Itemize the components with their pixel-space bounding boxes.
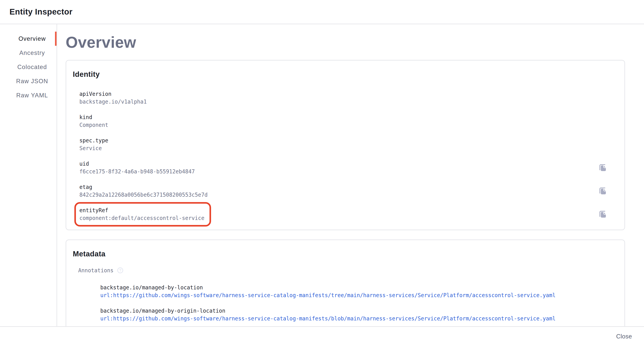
field-label: kind xyxy=(80,113,108,121)
field-label: spec.type xyxy=(80,136,108,144)
identity-card: Identity apiVersion backstage.io/v1alpha… xyxy=(66,60,625,230)
field-row-apiversion: apiVersion backstage.io/v1alpha1 xyxy=(80,90,608,105)
copy-entityref-button[interactable] xyxy=(596,208,608,220)
entity-inspector-dialog: Entity Inspector Overview Ancestry Coloc… xyxy=(0,0,644,346)
sidebar-item-raw-json[interactable]: Raw JSON xyxy=(0,74,56,88)
sidebar-item-overview[interactable]: Overview xyxy=(0,32,56,46)
sidebar-item-label: Raw JSON xyxy=(16,78,48,85)
copy-etag-button[interactable] xyxy=(596,185,608,197)
active-tab-indicator xyxy=(55,32,56,46)
annotation-link[interactable]: url:https://github.com/wings-software/ha… xyxy=(100,315,556,321)
close-button[interactable]: Close xyxy=(612,331,636,342)
field-value: 842c29a2a12268a0056be6c371508200553c5e7d xyxy=(80,191,208,199)
sidebar-item-colocated[interactable]: Colocated xyxy=(0,60,56,74)
dialog-title: Entity Inspector xyxy=(10,7,72,17)
field-value: Service xyxy=(80,144,108,152)
sidebar-nav: Overview Ancestry Colocated Raw JSON Raw… xyxy=(0,24,57,326)
page-title: Overview xyxy=(66,34,644,51)
sidebar-item-label: Colocated xyxy=(17,64,47,71)
field-value: f6cce175-8f32-4a6a-b948-b55912eb4847 xyxy=(80,167,195,175)
annotations-label: Annotations xyxy=(78,266,114,274)
field-row-uid: uid f6cce175-8f32-4a6a-b948-b55912eb4847 xyxy=(80,160,608,175)
field-value: component:default/accesscontrol-service xyxy=(80,214,204,222)
sidebar-item-ancestry[interactable]: Ancestry xyxy=(0,46,56,60)
annotation-key: backstage.io/managed-by-location xyxy=(100,284,608,291)
field-label: entityRef xyxy=(80,206,204,214)
field-value: Component xyxy=(80,121,108,129)
copy-icon xyxy=(598,186,607,196)
field-row-etag: etag 842c29a2a12268a0056be6c371508200553… xyxy=(80,183,608,199)
copy-uid-button[interactable] xyxy=(596,162,608,174)
annotation-entry: backstage.io/managed-by-location url:htt… xyxy=(100,284,608,299)
metadata-card: Metadata Annotations ? backstage.io/mana… xyxy=(66,240,625,326)
dialog-body: Overview Ancestry Colocated Raw JSON Raw… xyxy=(0,24,644,326)
annotation-entry: backstage.io/managed-by-origin-location … xyxy=(100,307,608,322)
metadata-card-title: Metadata xyxy=(73,249,608,259)
identity-card-title: Identity xyxy=(73,69,608,79)
annotation-link[interactable]: url:https://github.com/wings-software/ha… xyxy=(100,292,556,298)
sidebar-item-label: Overview xyxy=(18,35,46,42)
dialog-header: Entity Inspector xyxy=(0,0,644,24)
field-row-spec-type: spec.type Service xyxy=(80,136,608,152)
field-label: etag xyxy=(80,183,208,191)
sidebar-item-raw-yaml[interactable]: Raw YAML xyxy=(0,88,56,102)
field-label: uid xyxy=(80,160,195,167)
entity-ref-highlight-annotation: entityRef component:default/accesscontro… xyxy=(74,202,211,227)
identity-fields: apiVersion backstage.io/v1alpha1 kind Co… xyxy=(80,90,608,222)
field-value: backstage.io/v1alpha1 xyxy=(80,98,147,105)
main-content: Overview Identity apiVersion backstage.i… xyxy=(57,24,644,326)
copy-icon xyxy=(598,163,607,172)
copy-icon xyxy=(598,210,607,219)
question-mark-circle-icon[interactable]: ? xyxy=(117,267,123,273)
field-row-entityref: entityRef component:default/accesscontro… xyxy=(80,206,608,222)
sidebar-item-label: Ancestry xyxy=(19,50,45,56)
sidebar-item-label: Raw YAML xyxy=(16,92,48,99)
annotations-section-header: Annotations ? xyxy=(78,266,608,274)
annotation-key: backstage.io/managed-by-origin-location xyxy=(100,307,608,315)
field-label: apiVersion xyxy=(80,90,147,98)
dialog-footer: Close xyxy=(0,326,644,346)
annotation-list: backstage.io/managed-by-location url:htt… xyxy=(100,284,608,322)
field-row-kind: kind Component xyxy=(80,113,608,129)
